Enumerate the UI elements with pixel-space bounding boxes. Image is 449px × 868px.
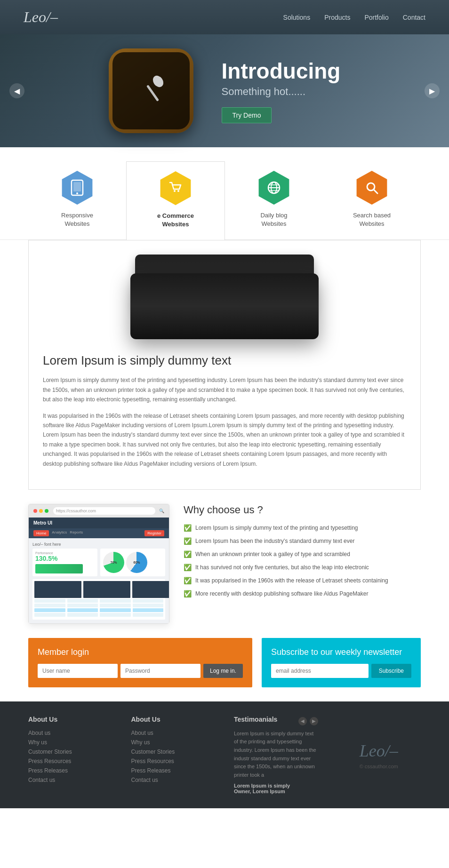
cart-icon	[168, 181, 183, 196]
table-cell	[100, 599, 131, 603]
footer-link-contact-1[interactable]: Contact us	[28, 777, 112, 783]
why-item-1: ✅ Lorem Ipsum is simply dummy text of th…	[184, 524, 421, 532]
svg-rect-3	[73, 182, 81, 191]
table-cell	[34, 604, 65, 607]
footer-link-why-us-1[interactable]: Why us	[28, 739, 112, 746]
header: Leo/– Solutions Products Portfolio Conta…	[0, 0, 449, 34]
features-tabs: ResponsiveWebsites e CommerceWebsites	[0, 147, 449, 240]
cta-login: Member login Log me in.	[28, 638, 252, 687]
cta-login-title: Member login	[38, 647, 243, 657]
tab-blog[interactable]: Daily blogWebsites	[225, 161, 323, 239]
table-header-2	[83, 581, 130, 598]
svg-point-0	[151, 74, 165, 89]
footer-link-contact-2[interactable]: Contact us	[131, 777, 216, 783]
metric-label: Perfomance	[35, 551, 95, 555]
email-input[interactable]	[271, 664, 369, 678]
footer-link-press-1[interactable]: Press Resources	[28, 758, 112, 764]
subscribe-button[interactable]: Subscribe	[371, 664, 411, 678]
check-icon-4: ✅	[184, 564, 192, 571]
why-item-2: ✅ Lorem Ipsum has been the industry's st…	[184, 537, 421, 545]
cta-newsletter-fields: Subscribe	[271, 664, 411, 678]
tablet-bottom	[130, 273, 319, 339]
footer-col-2-title: About Us	[131, 716, 216, 723]
try-demo-button[interactable]: Try Demo	[222, 107, 272, 123]
footer-col-3: Testimoanials ◀ ▶ Lorem Ipsum is simply …	[234, 716, 318, 795]
table-cell	[133, 604, 164, 607]
footer-link-press-2[interactable]: Press Resources	[131, 758, 216, 764]
why-item-text-3: When an unknown printer took a galley of…	[195, 550, 350, 558]
cta-newsletter-title: Subscribe to our weekly newsletter	[271, 647, 411, 657]
footer-col-1: About Us About us Why us Customer Storie…	[28, 716, 112, 795]
why-item-text-2: Lorem Ipsum has been the industry's stan…	[195, 537, 354, 545]
tab-responsive[interactable]: ResponsiveWebsites	[28, 161, 126, 239]
content-paragraph-1: Lorem Ipsum is simply dummy text of the …	[43, 375, 406, 404]
footer-link-releases-1[interactable]: Press Releases	[28, 767, 112, 774]
table-cell	[100, 613, 131, 617]
footer-link-about-us-1[interactable]: About us	[28, 730, 112, 736]
table-header-3	[132, 581, 169, 598]
footer-link-customers-2[interactable]: Customer Stories	[131, 749, 216, 755]
why-item-4: ✅ It has survived not only five centurie…	[184, 563, 421, 572]
hero-text: Introducing Something hot...... Try Demo	[222, 58, 341, 123]
why-item-text-6: More recently with desktop publishing so…	[195, 589, 369, 598]
table-cell	[133, 608, 164, 612]
footer-logo: Leo/–	[360, 741, 398, 761]
table-cell	[34, 599, 65, 603]
browser-search: 🔍	[159, 509, 164, 513]
why-item-text-5: It was popularised in the 1960s with the…	[195, 576, 388, 585]
login-button[interactable]: Log me in.	[203, 664, 243, 678]
nav-products[interactable]: Products	[324, 14, 350, 21]
metric-row: Perfomance 130.5% 70% 60%	[32, 549, 165, 576]
nav-contact[interactable]: Contact	[403, 14, 425, 21]
table-cell	[100, 604, 131, 607]
browser-dot-red	[33, 509, 37, 513]
hero-product-icon	[109, 48, 193, 133]
metro-nav-item-2[interactable]: Reports	[70, 530, 83, 536]
metro-nav-item-3[interactable]: Register	[144, 530, 164, 536]
footer-col-3-title: Testimoanials	[234, 716, 277, 723]
testimonial-prev-button[interactable]: ◀	[298, 717, 307, 725]
testimonial-next-button[interactable]: ▶	[310, 717, 318, 725]
hero-prev-button[interactable]: ◀	[9, 83, 24, 98]
footer-link-customers-1[interactable]: Customer Stories	[28, 749, 112, 755]
svg-point-4	[76, 192, 78, 194]
browser-url: https://cssauthor.com	[53, 507, 155, 515]
tab-ecommerce[interactable]: e CommerceWebsites	[126, 161, 225, 240]
testimonial-header: Testimoanials ◀ ▶	[234, 716, 318, 730]
footer-link-releases-2[interactable]: Press Releases	[131, 767, 216, 774]
spoon-icon	[132, 72, 170, 110]
footer-link-about-us-2[interactable]: About us	[131, 730, 216, 736]
why-item-6: ✅ More recently with desktop publishing …	[184, 589, 421, 598]
donut-2: 60%	[126, 552, 147, 573]
cta-login-fields: Log me in.	[38, 664, 243, 678]
tab-search-label: Search basedWebsites	[353, 211, 391, 228]
footer-col-1-title: About Us	[28, 716, 112, 723]
nav-portfolio[interactable]: Portfolio	[364, 14, 388, 21]
footer-link-why-us-2[interactable]: Why us	[131, 739, 216, 746]
search-hex-icon	[355, 171, 389, 205]
table-cell	[100, 608, 131, 612]
hero-next-button[interactable]: ▶	[425, 83, 440, 98]
ecommerce-hex-icon	[159, 171, 192, 205]
hero-subtitle: Something hot......	[222, 86, 341, 98]
metro-nav-item-active[interactable]: Home	[33, 530, 49, 536]
metric-value: 130.5%	[35, 555, 95, 562]
metro-nav-item-1[interactable]: Analytics	[52, 530, 67, 536]
tab-search[interactable]: Search basedWebsites	[323, 161, 421, 239]
hero-section: ◀ Introducing Something hot...... Try De…	[0, 34, 449, 147]
tablet-illustration	[43, 255, 406, 339]
table-cell	[133, 613, 164, 617]
content-panel: Lorem Ipsum is simply dummy text Lorem I…	[28, 240, 421, 490]
password-input[interactable]	[120, 664, 200, 678]
why-title: Why choose us ?	[184, 504, 421, 516]
table-cell	[133, 599, 164, 603]
footer-tagline: © cssauthor.com	[360, 764, 398, 769]
nav-solutions[interactable]: Solutions	[283, 14, 311, 21]
content-paragraph-2: It was popularised in the 1960s with the…	[43, 411, 406, 469]
magnifier-icon	[364, 180, 379, 195]
svg-point-5	[174, 190, 176, 192]
why-item-text-4: It has survived not only five centuries,…	[195, 563, 369, 572]
metro-header: Metro UI	[29, 518, 169, 528]
logo: Leo/–	[24, 8, 58, 26]
username-input[interactable]	[38, 664, 118, 678]
